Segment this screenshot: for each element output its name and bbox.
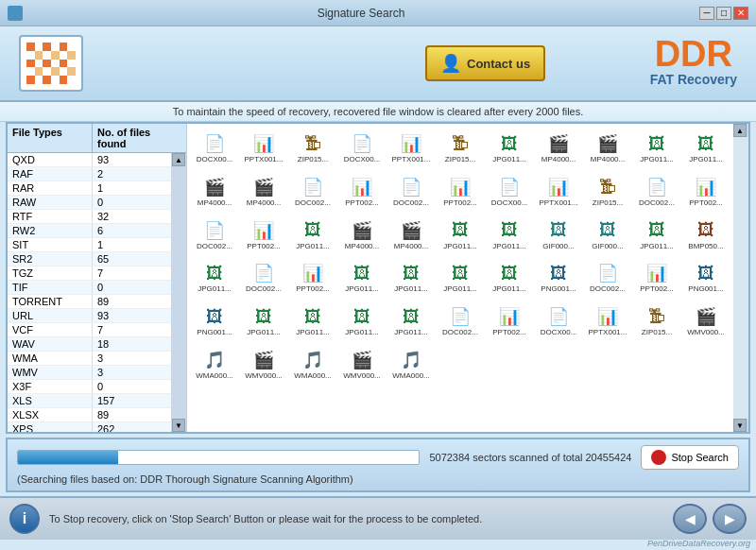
table-row[interactable]: RAR1 [8,181,171,196]
file-item[interactable]: 📄DOC002... [387,171,435,213]
file-item[interactable]: 🖼JPG011... [387,301,435,342]
file-item[interactable]: 🖼GIF000... [535,214,582,255]
file-item[interactable]: 📊PPT002... [682,171,730,213]
file-item[interactable]: 📄DOCX00... [191,128,238,169]
table-row[interactable]: SIT1 [8,238,171,252]
file-item[interactable]: 📄DOC002... [240,257,287,299]
file-item[interactable]: 📄DOCX00... [486,171,533,213]
file-type-icon: 🖼 [447,262,473,284]
next-button[interactable]: ▶ [713,504,747,534]
file-item[interactable]: 🗜ZIP015... [633,301,680,342]
contact-us-button[interactable]: 👤 Contact us [425,45,545,81]
file-item[interactable]: 🖼JPG011... [387,257,435,299]
info-button[interactable]: i [9,504,40,534]
file-type-icon: 🗜 [594,176,621,198]
file-name-label: MP4000... [198,198,232,207]
file-item[interactable]: 🗜ZIP015... [584,171,631,213]
file-item[interactable]: 🎬WMV000... [682,301,730,342]
file-item[interactable]: 🎵WMA000... [191,344,238,386]
file-item[interactable]: 📊PPTX001... [240,128,287,169]
file-item[interactable]: 🎬MP4000... [191,171,238,213]
file-item[interactable]: 📊PPT002... [486,301,533,342]
scroll-down-arrow[interactable]: ▼ [172,419,185,432]
stop-search-button[interactable]: Stop Search [641,445,739,470]
table-row[interactable]: X3F0 [8,380,171,394]
file-item[interactable]: 📄DOC002... [584,257,631,299]
table-row[interactable]: XLS157 [8,394,171,408]
contact-icon: 👤 [440,53,461,74]
file-item[interactable]: 🖼JPG011... [486,214,533,255]
file-item[interactable]: 📊PPT002... [289,257,336,299]
file-item[interactable]: 📊PPTX001... [387,128,435,169]
grid-scrollbar[interactable]: ▲ ▼ [733,124,748,432]
file-item[interactable]: 🖼JPG011... [289,301,336,342]
file-item[interactable]: 🎬MP4000... [338,214,386,255]
file-item[interactable]: 🎬MP4000... [387,214,435,255]
table-row[interactable]: TIF0 [8,281,171,295]
grid-scroll-up[interactable]: ▲ [733,124,747,137]
file-item[interactable]: 🎬MP4000... [584,128,631,169]
table-row[interactable]: RAW0 [8,196,171,210]
file-item[interactable]: 📄DOC002... [633,171,680,213]
file-item[interactable]: 🖼PNG001... [191,301,238,342]
file-item[interactable]: 🖼JPG011... [191,257,238,299]
file-item[interactable]: 🎵WMA000... [289,344,336,386]
table-row[interactable]: RAF2 [8,167,171,181]
file-item[interactable]: 📊PPT002... [240,214,287,255]
file-item[interactable]: 🖼JPG011... [486,128,533,169]
file-item[interactable]: 🖼PNG001... [535,257,582,299]
file-item[interactable]: 🖼JPG011... [289,214,336,255]
table-row[interactable]: WMV3 [8,366,171,380]
file-item[interactable]: 🖼JPG011... [633,128,680,169]
grid-scroll-down[interactable]: ▼ [733,419,747,432]
table-row[interactable]: WMA3 [8,352,171,366]
file-item[interactable]: 🎬MP4000... [535,128,582,169]
file-item[interactable]: 🖼JPG011... [338,257,386,299]
file-item[interactable]: 📄DOC002... [191,214,238,255]
table-row[interactable]: SR265 [8,252,171,266]
table-row[interactable]: XLSX89 [8,408,171,422]
table-row[interactable]: TORRENT89 [8,295,171,309]
table-row[interactable]: RW26 [8,224,171,238]
prev-button[interactable]: ◀ [673,504,707,534]
table-row[interactable]: URL93 [8,309,171,323]
table-row[interactable]: TGZ7 [8,266,171,281]
file-item[interactable]: 🖼JPG011... [633,214,680,255]
table-row[interactable]: XPS262 [8,422,171,432]
scroll-up-arrow[interactable]: ▲ [172,153,185,166]
file-item[interactable]: 🗜ZIP015... [289,128,336,169]
table-row[interactable]: VCF7 [8,323,171,337]
file-item[interactable]: 🖼JPG011... [338,301,386,342]
file-item[interactable]: 🎬WMV000... [338,344,386,386]
progress-row: 5072384 sectors scanned of total 2045542… [17,445,739,470]
table-row[interactable]: RTF32 [8,210,171,224]
table-row[interactable]: WAV18 [8,337,171,352]
minimize-button[interactable]: ─ [699,7,714,20]
file-item[interactable]: 🖼GIF000... [584,214,631,255]
file-item[interactable]: 📄DOCX00... [338,128,386,169]
file-item[interactable]: 🖼JPG011... [486,257,533,299]
file-item[interactable]: 🖼BMP050... [682,214,730,255]
file-item[interactable]: 📄DOC002... [437,301,484,342]
file-item[interactable]: 🎬WMV000... [240,344,287,386]
table-row[interactable]: QXD93 [8,153,171,167]
file-item[interactable]: 🖼JPG011... [437,214,484,255]
file-item[interactable]: 🖼JPG011... [682,128,730,169]
file-item[interactable]: 📊PPT002... [437,171,484,213]
file-types-scrollbar[interactable]: ▲ ▼ [171,153,186,432]
file-item[interactable]: 📄DOC002... [289,171,336,213]
file-item[interactable]: 📊PPTX001... [535,171,582,213]
file-item[interactable]: 🖼JPG011... [240,301,287,342]
maximize-button[interactable]: □ [716,7,731,20]
file-item[interactable]: 📄DOCX00... [535,301,582,342]
file-item[interactable]: 🎵WMA000... [387,344,435,386]
file-item[interactable]: 🗜ZIP015... [437,128,484,169]
close-button[interactable]: ✕ [733,7,748,20]
file-item[interactable]: 🎬MP4000... [240,171,287,213]
file-item[interactable]: 📊PPT002... [633,257,680,299]
grid-scroll-track[interactable] [733,137,748,419]
file-item[interactable]: 🖼JPG011... [437,257,484,299]
file-item[interactable]: 📊PPT002... [338,171,386,213]
file-item[interactable]: 📊PPTX001... [584,301,631,342]
file-item[interactable]: 🖼PNG001... [682,257,730,299]
